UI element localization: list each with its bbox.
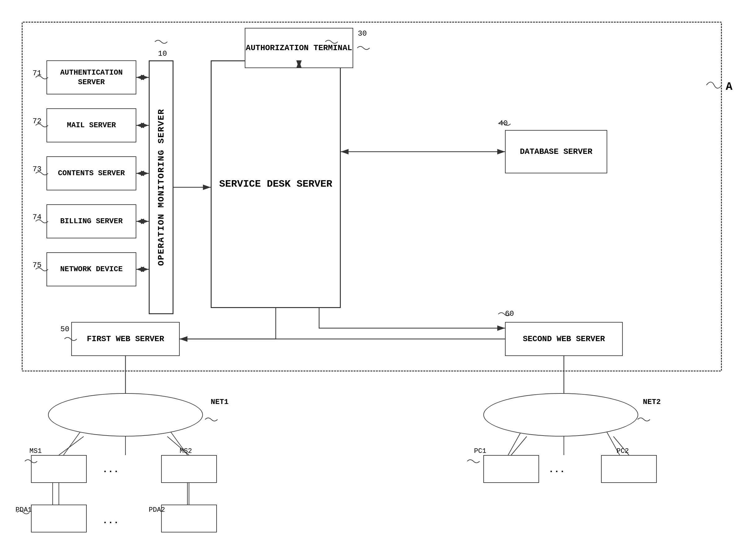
diagram-container: A OPERATION MONITORING SERVER 10 AUTHENT… [13,13,738,557]
authorization-terminal-box: AUTHORIZATION TERMINAL [245,28,353,68]
net2-ellipse [483,393,638,437]
dots-pda: ... [102,515,119,526]
ms2-box [161,455,217,483]
sds-label: SERVICE DESK SERVER [219,177,332,192]
ms1-box [31,455,87,483]
service-desk-server-box: SERVICE DESK SERVER [211,60,341,308]
ref-74: 74 [33,213,41,221]
sws-label: SECOND WEB SERVER [523,334,605,344]
pda2-label: PDA2 [149,506,165,514]
ref-72: 72 [33,117,41,125]
ref-50: 50 [60,325,70,334]
pc2-label: PC2 [617,447,629,455]
mail-server-box: MAIL SERVER [46,108,136,142]
ms1-label: MS1 [30,447,42,455]
net1-label: NET1 [211,398,229,406]
ref-75: 75 [33,261,41,269]
billing-server-box: BILLING SERVER [46,204,136,238]
network-device-box: NETWORK DEVICE [46,252,136,286]
net1-ellipse [48,393,203,437]
label-a: A [726,80,732,93]
net2-label: NET2 [643,398,661,406]
ref-40: 40 [499,119,508,127]
pda2-box [161,505,217,533]
network-device-label: NETWORK DEVICE [60,264,123,274]
dots-ms: ... [102,464,119,475]
operation-monitoring-server-box: OPERATION MONITORING SERVER [149,60,173,314]
ref-10: 10 [158,49,167,58]
ms2-label: MS2 [180,447,192,455]
pda1-box [31,505,87,533]
svg-line-34 [511,437,527,455]
pc2-box [601,455,657,483]
ref-73: 73 [33,165,41,173]
ref-71: 71 [33,69,41,77]
contents-server-label: CONTENTS SERVER [58,168,125,178]
ref-30: 30 [358,29,367,38]
oms-label: OPERATION MONITORING SERVER [156,109,166,266]
authentication-server-box: AUTHENTICATION SERVER [46,60,136,95]
database-server-box: DATABASE SERVER [505,130,607,173]
fws-label: FIRST WEB SERVER [87,334,164,344]
mail-server-label: MAIL SERVER [67,120,116,130]
svg-line-30 [59,437,84,455]
contents-server-box: CONTENTS SERVER [46,156,136,191]
db-label: DATABASE SERVER [520,146,592,157]
auth-term-label: AUTHORIZATION TERMINAL [246,42,352,54]
auth-server-label: AUTHENTICATION SERVER [47,68,136,87]
billing-server-label: BILLING SERVER [60,216,123,226]
first-web-server-box: FIRST WEB SERVER [71,322,180,356]
pc1-box [483,455,539,483]
pc1-label: PC1 [474,447,486,455]
dots-pc: ... [548,464,565,475]
second-web-server-box: SECOND WEB SERVER [505,322,623,356]
ref-60: 60 [505,309,514,318]
pda1-label: PDA1 [16,506,32,514]
